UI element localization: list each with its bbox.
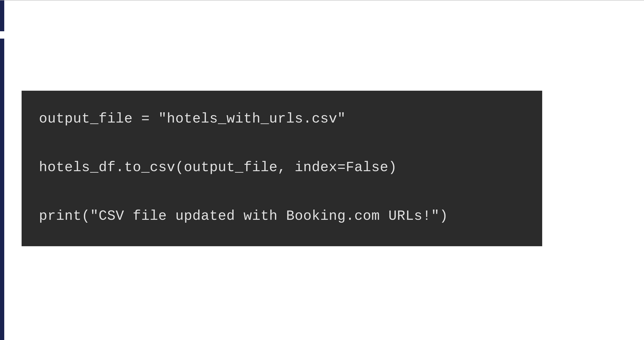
document-left-marker-main xyxy=(0,39,4,340)
code-line-2: hotels_df.to_csv(output_file, index=Fals… xyxy=(39,161,525,174)
code-line-3: print("CSV file updated with Booking.com… xyxy=(39,209,525,223)
code-line-1: output_file = "hotels_with_urls.csv" xyxy=(39,112,525,126)
document-top-border xyxy=(0,0,644,1)
document-left-marker-top xyxy=(0,1,4,31)
code-block: output_file = "hotels_with_urls.csv" hot… xyxy=(22,91,542,246)
